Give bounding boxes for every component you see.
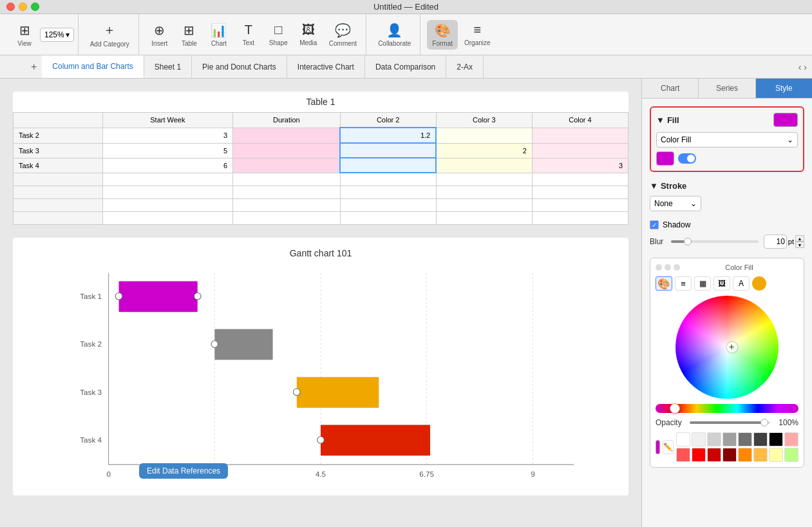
blur-value-container: pt ▲ ▼	[764, 235, 804, 249]
blur-increment-button[interactable]: ▲	[795, 235, 804, 242]
tab-column-bar[interactable]: Column and Bar Charts	[42, 55, 144, 78]
swatch-item[interactable]	[753, 432, 768, 446]
svg-rect-15	[119, 281, 198, 312]
comment-button[interactable]: 💬 Comment	[324, 20, 362, 50]
stroke-type-dropdown[interactable]: None ⌄	[650, 196, 701, 211]
start-week-cell[interactable]: 6	[102, 158, 232, 173]
swatch-item[interactable]	[784, 432, 798, 446]
fill-color-button[interactable]	[773, 113, 798, 127]
color2-cell[interactable]	[340, 158, 436, 173]
shadow-header: ✓ Shadow	[650, 220, 804, 229]
gradient-toggle[interactable]	[678, 153, 696, 164]
chart-button[interactable]: 📊 Chart	[205, 20, 233, 50]
tab-prev-arrow[interactable]: ‹	[798, 62, 802, 72]
active-color-swatch[interactable]	[656, 440, 660, 454]
color-image-mode-button[interactable]: 🖼	[713, 276, 730, 291]
color-sliders-mode-button[interactable]: ≡	[675, 276, 692, 291]
color2-cell[interactable]	[340, 143, 436, 158]
swatch-item[interactable]	[769, 432, 783, 446]
fill-type-dropdown[interactable]: Color Fill ⌄	[656, 132, 798, 148]
text-icon: T	[245, 23, 252, 37]
zoom-button[interactable]: 125% ▾	[40, 28, 74, 42]
color2-cell[interactable]: 1.2	[340, 128, 436, 143]
traffic-lights	[6, 3, 39, 11]
insert-button[interactable]: ⊕ Insert	[146, 20, 174, 50]
col-header-color2: Color 2	[340, 113, 436, 128]
swatch-item[interactable]	[753, 448, 768, 462]
color-wheel-cursor[interactable]	[727, 342, 737, 352]
organize-button[interactable]: ≡ Organize	[459, 20, 496, 49]
color-wheel-mode-button[interactable]: 🎨	[656, 276, 672, 291]
swatch-item[interactable]	[784, 448, 798, 462]
color3-cell[interactable]	[436, 128, 532, 143]
task-cell[interactable]: Task 4	[14, 158, 103, 173]
tab-data-comparison[interactable]: Data Comparison	[365, 55, 446, 78]
swatch-item[interactable]	[722, 448, 737, 462]
start-week-cell[interactable]: 5	[102, 143, 232, 158]
svg-point-19	[211, 340, 218, 347]
blur-decrement-button[interactable]: ▼	[795, 242, 804, 248]
tab-pie-donut[interactable]: Pie and Donut Charts	[192, 55, 287, 78]
opacity-slider[interactable]	[690, 421, 770, 424]
task-cell[interactable]: Task 3	[14, 143, 103, 158]
svg-point-21	[294, 388, 301, 396]
swatch-item[interactable]	[738, 432, 752, 446]
eyedropper-button[interactable]: ✏️	[663, 440, 674, 454]
color4-cell[interactable]	[532, 128, 628, 143]
color4-cell[interactable]	[532, 143, 628, 158]
opacity-thumb[interactable]	[760, 419, 768, 426]
close-button[interactable]	[6, 3, 15, 11]
color-named-mode-button[interactable]: A	[733, 276, 750, 291]
swatch-item[interactable]	[722, 432, 737, 446]
swatch-item[interactable]	[676, 448, 690, 462]
fill-swatch-button[interactable]	[656, 151, 674, 166]
duration-cell[interactable]	[233, 158, 340, 173]
start-week-cell[interactable]: 3	[102, 128, 232, 143]
tab-interactive[interactable]: Interactive Chart	[287, 55, 365, 78]
media-button[interactable]: 🖼 Media	[294, 20, 323, 49]
panel-tab-style[interactable]: Style	[756, 79, 812, 98]
chart-svg: 0 2.25 4.5 6.75 9 Task 1 Task 2 Task 3 T…	[23, 266, 618, 485]
collaborate-button[interactable]: 👤 Collaborate	[373, 20, 416, 50]
color-wheel[interactable]	[675, 296, 779, 399]
svg-text:6.75: 6.75	[419, 470, 434, 478]
shadow-checkbox[interactable]: ✓	[650, 220, 659, 229]
color-orange-swatch[interactable]	[752, 276, 766, 291]
tab-2ax[interactable]: 2-Ax	[446, 55, 484, 78]
text-button[interactable]: T Text	[234, 20, 263, 49]
color3-cell[interactable]: 2	[436, 143, 532, 158]
shape-button[interactable]: □ Shape	[264, 20, 293, 49]
color-grid-mode-button[interactable]: ▦	[694, 276, 711, 291]
color3-cell[interactable]	[436, 158, 532, 173]
swatch-item[interactable]	[707, 448, 721, 462]
swatch-item[interactable]	[707, 432, 721, 446]
hue-slider-thumb[interactable]	[670, 403, 680, 414]
task-cell[interactable]: Task 2	[14, 128, 103, 143]
color4-cell[interactable]: 3	[532, 158, 628, 173]
view-button[interactable]: ⊞ View	[10, 20, 39, 50]
fullscreen-button[interactable]	[31, 3, 39, 11]
duration-cell[interactable]	[233, 128, 340, 143]
table-button[interactable]: ⊞ Table	[175, 20, 203, 50]
swatch-item[interactable]	[692, 432, 706, 446]
swatch-item[interactable]	[676, 432, 690, 446]
add-sheet-button[interactable]: +	[31, 61, 37, 73]
swatch-item[interactable]	[769, 448, 783, 462]
format-button[interactable]: 🎨 Format	[427, 20, 458, 50]
hue-slider[interactable]	[656, 404, 798, 413]
swatch-item[interactable]	[692, 448, 706, 462]
swatch-item[interactable]	[738, 448, 752, 462]
minimize-button[interactable]	[19, 3, 27, 11]
blur-input[interactable]	[764, 235, 787, 249]
blur-slider-thumb[interactable]	[684, 238, 692, 245]
edit-data-references-button[interactable]: Edit Data References	[139, 463, 228, 479]
panel-tab-chart[interactable]: Chart	[642, 79, 699, 98]
duration-cell[interactable]	[233, 143, 340, 158]
tab-sheet1[interactable]: Sheet 1	[144, 55, 192, 78]
tab-next-arrow[interactable]: ›	[804, 62, 807, 72]
add-category-button[interactable]: ＋ Add Category	[85, 19, 135, 50]
blur-slider[interactable]	[671, 240, 759, 243]
insert-icon: ⊕	[154, 23, 165, 38]
opacity-row: Opacity 100%	[656, 418, 798, 427]
panel-tab-series[interactable]: Series	[699, 79, 755, 98]
